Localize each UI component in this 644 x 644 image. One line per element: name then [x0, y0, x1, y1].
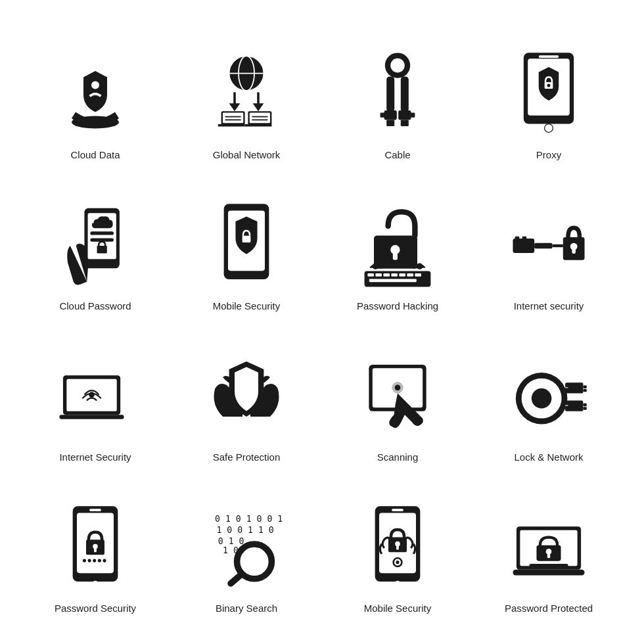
- svg-rect-87: [583, 385, 586, 388]
- svg-point-59: [373, 263, 379, 269]
- svg-rect-41: [97, 246, 107, 253]
- password-hacking-icon: [358, 200, 437, 292]
- svg-rect-124: [513, 569, 584, 575]
- svg-rect-61: [513, 239, 534, 253]
- svg-point-103: [93, 559, 96, 562]
- password-security-icon: [56, 502, 135, 594]
- svg-point-21: [390, 58, 405, 72]
- icon-grid: Cloud Data: [10, 10, 634, 634]
- cable-icon: [358, 49, 437, 141]
- svg-point-111: [243, 550, 265, 572]
- lock-network-icon: [509, 351, 588, 443]
- svg-point-102: [88, 559, 91, 562]
- password-protected-icon: [509, 502, 588, 594]
- svg-rect-49: [393, 252, 398, 260]
- proxy-icon: [509, 49, 588, 141]
- svg-rect-54: [391, 273, 398, 277]
- safe-protection-icon: [207, 351, 286, 443]
- svg-point-76: [395, 384, 401, 390]
- svg-point-121: [396, 561, 399, 564]
- svg-rect-128: [530, 564, 568, 567]
- svg-text:0 1 0 1 0 0 1 0: 0 1 0 1 0 0 1 0: [215, 514, 286, 524]
- svg-point-104: [98, 559, 101, 562]
- svg-rect-46: [242, 235, 251, 242]
- safe-protection-cell: Safe Protection: [174, 325, 319, 470]
- svg-rect-51: [367, 273, 374, 277]
- svg-rect-39: [90, 231, 114, 235]
- svg-text:1 0 0 1 1 0: 1 0 0 1 1 0: [216, 525, 273, 535]
- svg-point-116: [395, 580, 400, 586]
- svg-rect-71: [59, 415, 124, 419]
- svg-rect-24: [384, 110, 397, 120]
- global-network-cell: Global Network: [174, 23, 319, 168]
- svg-rect-119: [396, 545, 399, 549]
- internet-security-2-label: Internet Security: [59, 451, 131, 464]
- svg-rect-115: [392, 509, 403, 511]
- svg-rect-100: [94, 548, 97, 552]
- svg-rect-64: [522, 236, 527, 241]
- svg-rect-56: [407, 273, 413, 277]
- svg-rect-91: [583, 407, 586, 409]
- lock-network-cell: Lock & Network: [476, 325, 621, 470]
- binary-search-label: Binary Search: [216, 602, 277, 615]
- svg-text:0 1 0: 0 1 0: [218, 536, 244, 546]
- scanning-cell: Scanning: [325, 325, 470, 470]
- svg-rect-26: [386, 120, 394, 126]
- svg-point-81: [532, 388, 552, 408]
- scanning-icon: [358, 351, 437, 443]
- svg-rect-58: [369, 279, 417, 282]
- internet-security-1-icon: [509, 200, 588, 292]
- svg-rect-57: [415, 273, 421, 277]
- password-hacking-cell: Password Hacking: [325, 174, 470, 319]
- svg-rect-96: [89, 509, 101, 511]
- password-hacking-label: Password Hacking: [357, 300, 438, 313]
- mobile-security-2-cell: Mobile Security: [325, 476, 470, 621]
- mobile-security-1-label: Mobile Security: [213, 300, 281, 313]
- proxy-cell: Proxy: [476, 23, 621, 168]
- cloud-data-icon: [56, 49, 135, 141]
- global-network-icon: [207, 49, 286, 141]
- svg-rect-29: [410, 112, 415, 117]
- svg-point-97: [93, 580, 98, 586]
- svg-rect-14: [250, 112, 270, 123]
- mobile-security-1-icon: [207, 200, 286, 292]
- svg-marker-9: [253, 103, 264, 111]
- svg-point-60: [417, 263, 423, 269]
- svg-rect-22: [386, 76, 394, 112]
- svg-point-72: [89, 392, 94, 397]
- svg-rect-62: [534, 242, 552, 248]
- svg-rect-23: [401, 76, 409, 112]
- svg-rect-25: [398, 110, 411, 120]
- svg-rect-27: [401, 120, 409, 126]
- svg-rect-28: [380, 112, 385, 117]
- password-protected-cell: Password Protected: [476, 476, 621, 621]
- lock-network-label: Lock & Network: [514, 451, 583, 464]
- mobile-security-1-cell: Mobile Security: [174, 174, 319, 319]
- binary-search-cell: 0 1 0 1 0 0 1 0 1 0 0 1 1 0 0 1 0 1 0 Bi…: [174, 476, 319, 621]
- password-security-cell: Password Security: [23, 476, 168, 621]
- svg-rect-63: [515, 236, 520, 241]
- mobile-security-2-label: Mobile Security: [364, 602, 432, 615]
- password-security-label: Password Security: [55, 602, 136, 615]
- cloud-data-cell: Cloud Data: [23, 23, 168, 168]
- svg-point-35: [547, 83, 550, 87]
- svg-point-101: [83, 559, 86, 562]
- svg-line-112: [231, 574, 242, 583]
- scanning-label: Scanning: [377, 451, 419, 464]
- svg-rect-52: [375, 273, 382, 277]
- svg-point-1: [91, 81, 99, 89]
- svg-point-105: [103, 559, 106, 562]
- svg-point-126: [546, 549, 552, 555]
- cloud-password-icon: [56, 200, 135, 292]
- svg-rect-127: [547, 553, 550, 558]
- internet-security-2-cell: Internet Security: [23, 325, 168, 470]
- svg-rect-53: [383, 273, 390, 277]
- svg-rect-45: [242, 281, 251, 284]
- svg-marker-8: [229, 103, 241, 111]
- svg-rect-68: [572, 248, 575, 254]
- safe-protection-label: Safe Protection: [213, 451, 281, 464]
- internet-security-1-cell: Internet security: [476, 174, 621, 319]
- internet-security-1-label: Internet security: [514, 300, 584, 313]
- svg-rect-55: [399, 273, 405, 277]
- cable-label: Cable: [384, 149, 410, 162]
